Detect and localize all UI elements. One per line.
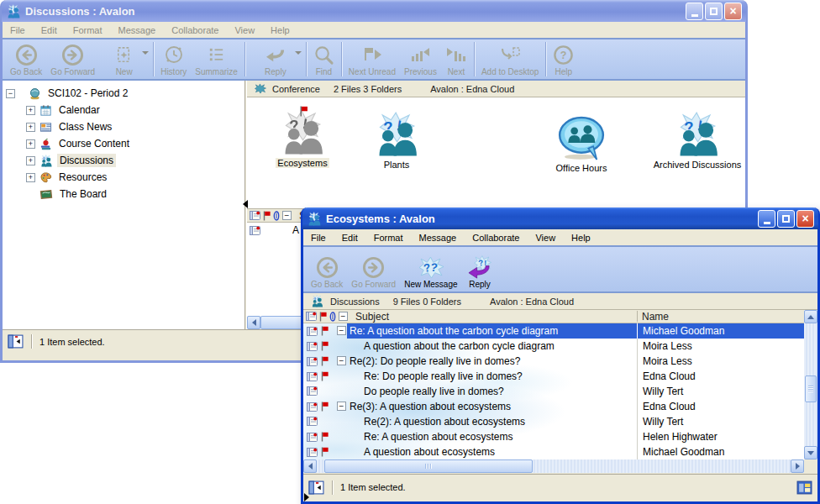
list-item[interactable]: Re: A question about the carbon cycle di… xyxy=(303,323,804,339)
horizontal-scrollbar[interactable] xyxy=(303,459,804,473)
go-back-button[interactable]: Go Back xyxy=(6,40,46,78)
maximize-button[interactable] xyxy=(777,210,795,228)
name-column-header[interactable]: Name xyxy=(642,311,669,323)
scroll-left-button[interactable] xyxy=(247,316,260,329)
conference-item-ecosystems[interactable]: Ecosystems xyxy=(254,109,351,168)
next-button[interactable]: Next xyxy=(441,40,471,78)
go-back-button[interactable]: Go Back xyxy=(307,248,347,291)
message-icon xyxy=(307,342,318,351)
flag-icon xyxy=(321,326,329,336)
new-message-button[interactable]: ?? New Message xyxy=(400,248,461,291)
menu-view[interactable]: View xyxy=(535,233,555,243)
expand-box-icon[interactable] xyxy=(26,106,35,115)
maximize-button[interactable] xyxy=(705,3,723,20)
help-button[interactable]: Help xyxy=(549,40,578,78)
add-to-desktop-button[interactable]: Add to Desktop xyxy=(477,40,543,78)
summarize-button[interactable]: Summarize xyxy=(191,40,242,78)
tree-item-discussions[interactable]: Discussions xyxy=(3,152,244,169)
close-button[interactable] xyxy=(724,3,742,20)
go-back-icon xyxy=(15,42,38,67)
collapse-thread-icon[interactable] xyxy=(337,326,346,335)
view-grid-icon[interactable] xyxy=(796,480,812,496)
scroll-left-button[interactable] xyxy=(303,459,317,473)
tree-item-root[interactable]: SCI102 - Period 2 xyxy=(3,85,244,102)
go-forward-button[interactable]: Go Forward xyxy=(46,40,99,78)
collapse-box-icon[interactable] xyxy=(6,89,15,98)
collapse-thread-icon[interactable] xyxy=(337,402,346,411)
menu-edit[interactable]: Edit xyxy=(41,25,57,35)
menu-help[interactable]: Help xyxy=(571,233,591,243)
conference-item-archived[interactable]: Archived Discussions xyxy=(649,111,746,170)
new-button[interactable]: New xyxy=(99,40,138,78)
titlebar-ecosystems[interactable]: Ecosystems : Avalon xyxy=(302,207,818,229)
menu-message[interactable]: Message xyxy=(118,25,156,35)
menu-edit[interactable]: Edit xyxy=(342,233,358,243)
close-button[interactable] xyxy=(796,210,814,228)
menu-help[interactable]: Help xyxy=(271,25,290,35)
expand-box-icon[interactable] xyxy=(26,173,35,182)
tree-item-calendar[interactable]: Calendar xyxy=(3,102,244,118)
titlebar-discussions[interactable]: Discussions : Avalon xyxy=(2,0,746,22)
go-forward-button[interactable]: Go Forward xyxy=(347,248,400,291)
list-item[interactable]: Re(3): A question about ecosystems Edna … xyxy=(303,399,804,414)
message-column-icon xyxy=(306,312,317,321)
find-button[interactable]: Find xyxy=(309,40,339,78)
menu-file[interactable]: File xyxy=(311,233,326,243)
collapse-thread-icon[interactable] xyxy=(337,356,346,365)
conference-item-plants[interactable]: Plants xyxy=(348,111,445,170)
toolbar-separator xyxy=(244,42,245,76)
reply-dropdown-icon[interactable] xyxy=(295,51,302,55)
list-item[interactable]: Re(2): Do people really live in domes? M… xyxy=(303,354,804,369)
message-subject: Re: A question about ecosystems xyxy=(364,431,512,443)
tree-item-the-board[interactable]: The Board xyxy=(3,186,244,202)
message-column-icon xyxy=(250,211,260,220)
scrollbar-thumb[interactable] xyxy=(324,459,533,473)
scroll-up-button[interactable] xyxy=(804,310,817,323)
history-icon xyxy=(164,42,184,67)
list-header[interactable]: Subject Name xyxy=(303,310,804,323)
collapse-all-box-icon[interactable] xyxy=(339,312,348,321)
scrollbar-thumb[interactable] xyxy=(805,375,817,402)
menu-format[interactable]: Format xyxy=(374,233,403,243)
vertical-scrollbar[interactable] xyxy=(804,310,817,459)
pane-toggle-icon[interactable] xyxy=(8,333,24,349)
tree-item-resources[interactable]: Resources xyxy=(3,169,244,186)
previous-button[interactable]: Previous xyxy=(400,40,441,78)
tree-item-class-news[interactable]: Class News xyxy=(3,118,244,135)
list-item[interactable]: A question about ecosystems Michael Good… xyxy=(303,444,804,459)
reply-button[interactable]: Reply xyxy=(248,40,291,78)
tree-item-course-content[interactable]: Course Content xyxy=(3,135,244,152)
list-item[interactable]: Re: A question about ecosystems Helen Hi… xyxy=(303,429,804,444)
conference-item-office-hours[interactable]: Office Hours xyxy=(533,116,630,173)
scroll-up-icon xyxy=(807,315,814,319)
reply-button[interactable]: ?! Reply xyxy=(462,248,498,291)
menu-file[interactable]: File xyxy=(10,25,25,35)
list-item[interactable]: A question about the carbon cycle diagra… xyxy=(303,339,804,354)
list-item[interactable]: Re(2): A question about ecosystems Willy… xyxy=(303,414,804,429)
list-item[interactable]: Re: Do people really live in domes? Edna… xyxy=(303,369,804,384)
history-button[interactable]: History xyxy=(156,40,191,78)
collapse-all-box-icon[interactable] xyxy=(282,211,292,220)
scroll-down-button[interactable] xyxy=(804,446,817,459)
pane-toggle-icon[interactable] xyxy=(308,480,324,496)
new-dropdown-icon[interactable] xyxy=(142,51,149,55)
expand-box-icon[interactable] xyxy=(26,123,35,132)
expand-box-icon[interactable] xyxy=(26,139,35,149)
menu-message[interactable]: Message xyxy=(419,233,457,243)
menu-view[interactable]: View xyxy=(234,25,255,35)
subject-column-header[interactable]: Subject xyxy=(355,311,389,323)
menu-collaborate[interactable]: Collaborate xyxy=(472,233,519,243)
scroll-right-button[interactable] xyxy=(791,459,804,473)
splitter-collapse-left-icon[interactable] xyxy=(243,200,248,208)
splitter-collapse-right-icon[interactable] xyxy=(304,493,309,501)
next-unread-button[interactable]: Next Unread xyxy=(344,40,400,78)
menu-format[interactable]: Format xyxy=(73,25,102,35)
conference-counts: 2 Files 3 Folders xyxy=(334,84,402,94)
minimize-button[interactable] xyxy=(686,3,703,20)
minimize-button[interactable] xyxy=(758,210,775,228)
menu-collaborate[interactable]: Collaborate xyxy=(171,25,218,35)
expand-box-icon[interactable] xyxy=(26,156,35,165)
scrollbar-track[interactable] xyxy=(804,323,817,446)
list-item[interactable]: Do people really live in domes? Willy Te… xyxy=(303,384,804,399)
column-divider[interactable] xyxy=(637,311,638,322)
